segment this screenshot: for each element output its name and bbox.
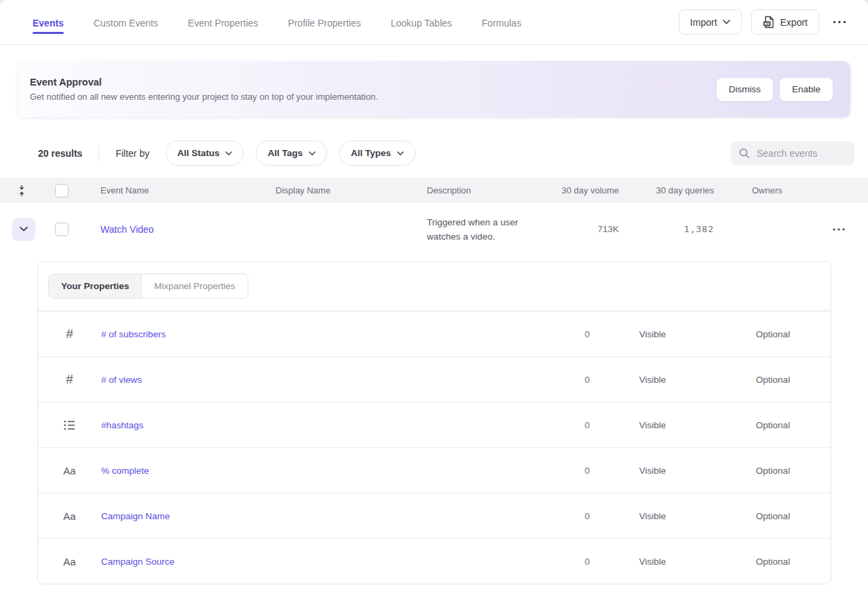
column-header-description[interactable]: Description (427, 185, 551, 195)
tab-your-properties[interactable]: Your Properties (49, 274, 142, 298)
select-all-checkbox[interactable] (55, 184, 69, 198)
collapse-all-icon[interactable] (0, 185, 43, 197)
text-type-icon: Aa (38, 465, 101, 476)
filter-by-label: Filter by (115, 148, 149, 159)
row-checkbox[interactable] (55, 223, 69, 236)
types-filter-dropdown[interactable]: All Types (339, 140, 415, 166)
property-requirement: Optional (715, 511, 831, 521)
properties-tabs-bar: Your Properties Mixpanel Properties (38, 262, 831, 311)
types-filter-label: All Types (351, 148, 391, 158)
collapse-row-button[interactable] (12, 218, 35, 241)
event-description: Triggered when a user watches a video. (427, 206, 549, 253)
import-button-label: Import (690, 17, 717, 28)
property-visibility: Visible (590, 466, 715, 476)
numeric-type-icon: # (38, 326, 101, 341)
banner-text: Event Approval Get notified on all new e… (30, 77, 717, 102)
csv-file-icon: CSV (763, 16, 775, 29)
event-queries: 1,382 (624, 224, 719, 234)
nav-actions: Import CSV Export (679, 10, 850, 35)
chevron-down-icon (309, 151, 316, 155)
properties-tab-group: Your Properties Mixpanel Properties (48, 274, 248, 299)
tab-events[interactable]: Events (33, 2, 64, 42)
column-header-display-name[interactable]: Display Name (276, 185, 427, 195)
banner-actions: Dismiss Enable (717, 78, 833, 101)
column-header-event-name[interactable]: Event Name (100, 185, 276, 195)
tags-filter-label: All Tags (267, 148, 303, 158)
property-visibility: Visible (590, 420, 715, 430)
tags-filter-dropdown[interactable]: All Tags (256, 140, 327, 166)
numeric-type-icon: # (38, 372, 101, 387)
property-name-link[interactable]: % complete (101, 466, 149, 476)
tab-lookup-tables[interactable]: Lookup Tables (391, 2, 452, 42)
chevron-down-icon (397, 151, 404, 155)
property-queries: 0 (515, 557, 590, 567)
banner-title: Event Approval (30, 77, 717, 88)
property-row: # # of views 0 Visible Optional (38, 356, 831, 402)
search-icon (739, 148, 750, 159)
table-row: Watch Video Triggered when a user watche… (0, 203, 868, 255)
status-filter-dropdown[interactable]: All Status (166, 140, 244, 166)
property-name-link[interactable]: Campaign Name (101, 511, 170, 521)
property-row: Aa Campaign Source 0 Visible Optional (38, 538, 831, 584)
ellipsis-icon (833, 228, 845, 231)
property-requirement: Optional (715, 557, 831, 567)
list-type-icon (38, 420, 101, 430)
property-queries: 0 (515, 420, 590, 430)
property-row: # # of subscribers 0 Visible Optional (38, 311, 831, 356)
tab-event-properties[interactable]: Event Properties (188, 2, 259, 42)
search-input[interactable] (757, 148, 845, 159)
property-queries: 0 (515, 511, 590, 521)
property-visibility: Visible (590, 375, 715, 385)
ellipsis-icon (833, 20, 846, 24)
column-header-volume[interactable]: 30 day volume (551, 185, 624, 195)
property-row: Aa Campaign Name 0 Visible Optional (38, 493, 831, 538)
tab-formulas[interactable]: Formulas (482, 2, 521, 42)
column-header-owners[interactable]: Owners (719, 185, 827, 195)
status-filter-label: All Status (177, 148, 219, 158)
filter-bar: 20 results Filter by All Status All Tags… (38, 140, 854, 166)
property-requirement: Optional (715, 466, 831, 476)
top-navigation: Events Custom Events Event Properties Pr… (0, 0, 868, 45)
tab-mixpanel-properties[interactable]: Mixpanel Properties (142, 274, 247, 298)
nav-tabs: Events Custom Events Event Properties Pr… (33, 2, 679, 42)
text-type-icon: Aa (38, 510, 101, 522)
chevron-down-icon (20, 227, 28, 231)
property-name-link[interactable]: #hashtags (101, 420, 143, 430)
property-row: #hashtags 0 Visible Optional (38, 402, 831, 447)
banner-subtitle: Get notified on all new events entering … (30, 92, 717, 102)
property-queries: 0 (515, 466, 590, 476)
export-button[interactable]: CSV Export (751, 10, 819, 35)
property-requirement: Optional (715, 329, 831, 339)
text-type-icon: Aa (38, 556, 101, 567)
property-queries: 0 (515, 329, 590, 339)
search-box[interactable] (731, 141, 854, 166)
property-name-link[interactable]: # of views (101, 375, 142, 385)
svg-text:CSV: CSV (763, 22, 770, 26)
property-row: Aa % complete 0 Visible Optional (38, 447, 831, 493)
chevron-down-icon (723, 20, 730, 24)
properties-panel: Your Properties Mixpanel Properties # # … (37, 261, 831, 584)
property-queries: 0 (515, 375, 590, 385)
property-requirement: Optional (715, 375, 831, 385)
chevron-down-icon (225, 151, 232, 155)
export-button-label: Export (780, 17, 808, 28)
page: Events Custom Events Event Properties Pr… (0, 0, 868, 600)
tab-profile-properties[interactable]: Profile Properties (288, 2, 360, 42)
property-visibility: Visible (590, 557, 715, 567)
results-count: 20 results (38, 148, 82, 159)
property-name-link[interactable]: # of subscribers (101, 329, 166, 339)
property-visibility: Visible (590, 329, 715, 339)
column-header-queries[interactable]: 30 day queries (624, 185, 719, 195)
table-header: Event Name Display Name Description 30 d… (0, 178, 868, 203)
import-button[interactable]: Import (679, 10, 742, 35)
tab-custom-events[interactable]: Custom Events (94, 2, 158, 42)
property-requirement: Optional (715, 420, 831, 430)
dismiss-button[interactable]: Dismiss (717, 78, 773, 101)
divider (98, 146, 99, 161)
event-name-link[interactable]: Watch Video (100, 224, 154, 235)
event-approval-banner: Event Approval Get notified on all new e… (18, 61, 850, 117)
row-more-menu-button[interactable] (829, 225, 849, 233)
more-menu-button[interactable] (829, 18, 850, 26)
property-name-link[interactable]: Campaign Source (101, 557, 174, 567)
enable-button[interactable]: Enable (780, 78, 833, 101)
